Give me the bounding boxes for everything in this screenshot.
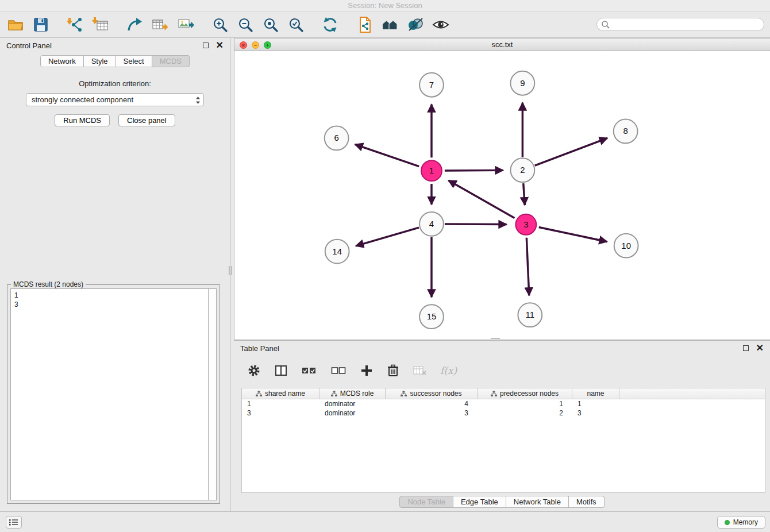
graph-edge-4-3[interactable]	[445, 224, 507, 225]
graph-edge-2-3[interactable]	[523, 183, 525, 205]
mcds-result-list[interactable]: 1 3	[10, 288, 208, 500]
graph-edge-4-14[interactable]	[356, 228, 419, 246]
graph-edge-1-2[interactable]	[445, 170, 503, 171]
home-button[interactable]	[380, 15, 400, 34]
export-network-button[interactable]	[125, 15, 145, 34]
graph-node-15[interactable]: 15	[419, 304, 444, 329]
delete-column-button[interactable]	[386, 361, 400, 380]
tab-network-table[interactable]: Network Table	[506, 496, 569, 508]
memory-button[interactable]: Memory	[717, 516, 765, 529]
vertical-splitter-grip[interactable]	[229, 266, 232, 275]
close-table-panel-icon[interactable]: ✕	[756, 345, 764, 352]
import-table-button[interactable]	[91, 15, 110, 34]
graph-node-10[interactable]: 10	[614, 234, 638, 258]
cell-successor-nodes: 3	[386, 409, 478, 417]
graph-node-14[interactable]: 14	[325, 240, 349, 264]
table-row[interactable]: 1 dominator 4 1 1	[242, 399, 765, 408]
task-history-button[interactable]	[6, 516, 22, 529]
tab-network[interactable]: Network	[40, 55, 84, 67]
zoom-in-icon	[212, 17, 228, 33]
graph-node-11[interactable]: 11	[518, 303, 542, 327]
column-header-mcds-role[interactable]: MCDS role	[319, 388, 386, 399]
optimization-criterion-select[interactable]: strongly connected component	[26, 93, 204, 106]
tab-node-table[interactable]: Node Table	[399, 496, 453, 508]
node-label: 4	[429, 219, 434, 229]
float-panel-icon[interactable]	[203, 43, 209, 48]
column-header-successor-nodes[interactable]: successor nodes	[386, 388, 478, 399]
graph-node-1[interactable]: 1	[421, 160, 442, 181]
result-scrollbar[interactable]	[208, 288, 217, 500]
mcds-result-group: MCDS result (2 nodes) 1 3	[7, 284, 220, 504]
traffic-lights: × − +	[240, 41, 271, 49]
network-window-titlebar[interactable]: × − + scc.txt	[234, 38, 770, 51]
network-canvas[interactable]: 7968124314101511	[234, 51, 770, 340]
graph-edge-3-11[interactable]	[526, 238, 529, 296]
save-session-button[interactable]	[31, 15, 51, 34]
column-header-name[interactable]: name	[572, 388, 619, 399]
close-window-icon[interactable]: ×	[240, 41, 247, 49]
column-header-shared-name[interactable]: shared name	[242, 388, 319, 399]
tab-style[interactable]: Style	[84, 55, 116, 67]
network-document-button[interactable]	[355, 15, 375, 34]
tab-edge-table[interactable]: Edge Table	[453, 496, 506, 508]
export-table-icon	[152, 16, 169, 33]
close-panel-button[interactable]: Close panel	[118, 114, 175, 126]
cell-successor-nodes: 4	[386, 400, 478, 408]
memory-label: Memory	[733, 518, 758, 526]
open-session-button[interactable]	[6, 15, 25, 34]
close-panel-icon[interactable]: ✕	[216, 42, 224, 49]
zoom-selected-button[interactable]	[286, 15, 306, 34]
minimize-window-icon[interactable]: −	[252, 41, 259, 49]
table-panel-header: Table Panel ✕	[234, 341, 770, 356]
delete-table-button[interactable]	[412, 361, 428, 380]
add-column-button[interactable]	[359, 361, 374, 380]
horizontal-splitter-grip[interactable]	[491, 338, 500, 341]
folder-icon	[7, 16, 24, 33]
graph-edge-3-10[interactable]	[539, 228, 607, 242]
dropdown-selected-value: strongly connected component	[32, 95, 133, 104]
import-network-button[interactable]	[66, 15, 85, 34]
tab-motifs[interactable]: Motifs	[569, 496, 605, 508]
graph-node-8[interactable]: 8	[614, 119, 638, 144]
select-all-columns-button[interactable]	[301, 361, 318, 380]
control-panel-header: Control Panel ✕	[0, 38, 230, 53]
refresh-button[interactable]	[321, 15, 340, 34]
tab-select[interactable]: Select	[116, 55, 152, 67]
function-builder-button[interactable]: f(x)	[440, 365, 457, 376]
node-label: 2	[520, 165, 525, 175]
search-container	[596, 18, 764, 31]
import-network-icon	[67, 16, 84, 33]
show-columns-button[interactable]	[274, 361, 288, 380]
window-titlebar: Session: New Session	[0, 0, 770, 11]
cell-predecessor-nodes: 2	[478, 409, 572, 417]
graph-node-9[interactable]: 9	[510, 71, 534, 95]
graph-node-6[interactable]: 6	[325, 126, 349, 150]
graph-edge-2-8[interactable]	[535, 138, 607, 165]
run-mcds-button[interactable]: Run MCDS	[55, 114, 110, 126]
zoom-fit-button[interactable]	[261, 15, 280, 34]
graph-node-4[interactable]: 4	[419, 212, 444, 236]
table-row[interactable]: 3 dominator 3 2 3	[242, 408, 765, 418]
export-image-button[interactable]	[176, 15, 195, 34]
node-label: 11	[526, 310, 535, 319]
optimization-criterion-label: Optimization criterion:	[0, 79, 230, 88]
zoom-fit-icon	[263, 17, 279, 33]
tab-mcds[interactable]: MCDS	[152, 55, 190, 67]
search-input[interactable]	[596, 18, 764, 31]
style-venn-button[interactable]	[406, 15, 425, 34]
zoom-window-icon[interactable]: +	[264, 41, 271, 49]
column-header-predecessor-nodes[interactable]: predecessor nodes	[478, 388, 572, 399]
float-table-panel-icon[interactable]	[743, 345, 749, 351]
export-table-button[interactable]	[151, 15, 170, 34]
zoom-in-button[interactable]	[210, 15, 230, 34]
graph-node-7[interactable]: 7	[419, 73, 444, 97]
graph-edge-1-6[interactable]	[355, 144, 419, 166]
graph-node-2[interactable]: 2	[510, 158, 534, 182]
graph-node-3[interactable]: 3	[515, 214, 536, 235]
deselect-all-columns-button[interactable]	[330, 361, 347, 380]
show-details-button[interactable]	[431, 15, 451, 34]
column-label: shared name	[265, 390, 305, 398]
table-settings-button[interactable]	[247, 361, 261, 380]
graph-edge-3-1[interactable]	[448, 180, 514, 218]
zoom-out-button[interactable]	[236, 15, 255, 34]
